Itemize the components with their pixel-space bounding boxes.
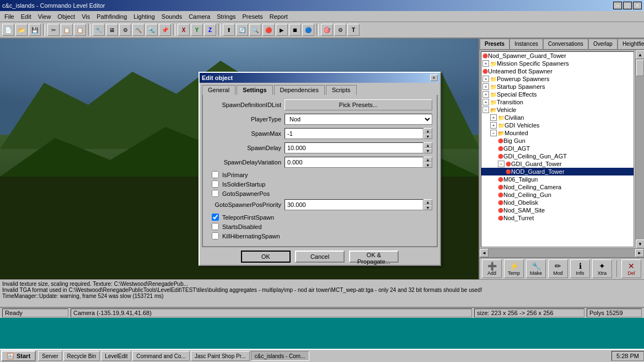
menu-view[interactable]: View — [35, 12, 55, 21]
tree-item[interactable]: 🔴 Nod_Obelisk — [481, 199, 634, 206]
cancel-button[interactable]: Cancel — [295, 251, 345, 263]
del-button[interactable]: ✕ Del — [621, 259, 641, 278]
dialog-tab-settings[interactable]: Settings — [237, 85, 272, 95]
info-button[interactable]: ℹ Info — [570, 259, 590, 278]
tree-h-scrollbar[interactable]: ◄ ► — [480, 248, 644, 257]
spawn-delay-up[interactable]: ▲ — [423, 142, 432, 148]
spawn-max-down[interactable]: ▼ — [423, 134, 432, 139]
tool-settings[interactable]: ⚙ — [334, 24, 346, 36]
menu-object[interactable]: Object — [54, 12, 78, 21]
tool-5[interactable]: 🔩 — [146, 24, 158, 36]
tree-item[interactable]: 🔴 Nod_Turret — [481, 214, 634, 222]
scroll-down-button[interactable]: ▼ — [636, 239, 644, 248]
teleport-first-spawn-checkbox[interactable] — [212, 214, 219, 221]
spawn-delay-input[interactable] — [285, 142, 423, 153]
tree-item[interactable]: − 📂 Vehicle — [481, 106, 634, 114]
panel-tab-instances[interactable]: Instances — [509, 39, 543, 49]
expand-btn[interactable]: − — [490, 130, 497, 136]
expand-btn[interactable]: + — [482, 99, 489, 105]
tool-1[interactable]: 🔧 — [93, 24, 105, 36]
tool-z[interactable]: Z — [204, 24, 216, 36]
tree-item[interactable]: 🔴 Nod_Ceiling_Camera — [481, 183, 634, 191]
tool-play[interactable]: ▶ — [276, 24, 288, 36]
tree-item[interactable]: 🔴 Unteamed Bot Spawner — [481, 67, 634, 75]
taskbar-recycle[interactable]: Recycle Bin — [63, 351, 100, 361]
goto-spawner-pos-checkbox[interactable] — [212, 190, 219, 197]
tree-item[interactable]: + 📁 GDI Vehicles — [481, 121, 634, 129]
taskbar-jasc[interactable]: Jasc Paint Shop Pr... — [191, 351, 250, 361]
scroll-up-button[interactable]: ▲ — [636, 50, 644, 59]
panel-tab-heightfield[interactable]: Heightfield — [618, 39, 644, 49]
tree-scrollbar[interactable]: ▲ ▼ — [635, 50, 644, 248]
tree-item[interactable]: + 📁 Mission Specific Spawners — [481, 60, 634, 67]
kill-hibernating-spawn-checkbox[interactable] — [212, 232, 219, 239]
spawn-delay-down[interactable]: ▼ — [423, 148, 432, 153]
expand-btn[interactable]: − — [498, 161, 505, 167]
cut-button[interactable]: ✂ — [47, 24, 60, 36]
h-scroll-right-button[interactable]: ► — [635, 249, 644, 257]
menu-sounds[interactable]: Sounds — [158, 12, 185, 21]
panel-tab-presets[interactable]: Presets — [480, 39, 509, 49]
tree-item[interactable]: 🔴 Nod_Ceiling_Gun — [481, 191, 634, 199]
tool-up[interactable]: ⬆ — [223, 24, 235, 36]
spawn-delay-variation-down[interactable]: ▼ — [423, 162, 432, 168]
open-button[interactable]: 📂 — [15, 24, 28, 36]
tool-x[interactable]: X — [178, 24, 190, 36]
menu-camera[interactable]: Camera — [185, 12, 213, 21]
start-button[interactable]: 🪟 Start — [1, 350, 36, 361]
menu-lighting[interactable]: Lighting — [130, 12, 158, 21]
menu-strings[interactable]: Strings — [213, 12, 239, 21]
expand-btn[interactable]: + — [482, 60, 489, 67]
spawn-delay-variation-input[interactable] — [285, 157, 423, 168]
tree-item[interactable]: 🔴 GDI_AGT — [481, 145, 634, 152]
taskbar-server[interactable]: Server — [38, 351, 62, 361]
menu-pathfinding[interactable]: Pathfinding — [93, 12, 130, 21]
mod-button[interactable]: ✏ Mod — [548, 259, 568, 278]
tree-item[interactable]: 🔴 Nod_SAM_Site — [481, 206, 634, 214]
tool-red[interactable]: 🔴 — [262, 24, 275, 36]
minimize-button[interactable]: ─ — [613, 2, 622, 9]
tool-zoom[interactable]: 🔍 — [249, 24, 261, 36]
tree-item[interactable]: 🔴 Nod_Spawner_Guard_Tower — [481, 52, 634, 60]
menu-file[interactable]: File — [1, 12, 18, 21]
tool-4[interactable]: 🔨 — [132, 24, 144, 36]
is-soldier-startup-checkbox[interactable] — [212, 180, 219, 188]
pick-presets-button[interactable]: Pick Presets... — [285, 99, 432, 110]
starts-disabled-checkbox[interactable] — [212, 223, 219, 230]
tree-item[interactable]: − 🔴 GDI_Guard_Tower — [481, 160, 634, 168]
scroll-thumb[interactable] — [636, 60, 644, 76]
tree-item[interactable]: + 📁 Special Effects — [481, 91, 634, 98]
menu-report[interactable]: Report — [266, 12, 291, 21]
viewport[interactable]: Edit object × General Settings Dependenc… — [0, 39, 479, 279]
tree-item[interactable]: + 📁 Civilian — [481, 114, 634, 121]
ok-propagate-button[interactable]: OK & Propagate... — [349, 251, 399, 263]
tool-blue[interactable]: 🔵 — [302, 24, 314, 36]
copy-button[interactable]: 📋 — [61, 24, 73, 36]
expand-btn[interactable]: + — [490, 114, 497, 121]
save-button[interactable]: 💾 — [29, 24, 41, 36]
panel-tab-overlap[interactable]: Overlap — [588, 39, 618, 49]
tree-item[interactable]: + 📁 Powerup Spawners — [481, 75, 634, 83]
tool-stop[interactable]: ⏹ — [289, 24, 301, 36]
tool-text[interactable]: T — [347, 24, 359, 36]
is-primary-checkbox[interactable] — [212, 171, 219, 178]
dialog-close-button[interactable]: × — [430, 74, 438, 81]
close-button[interactable]: × — [633, 2, 642, 9]
tree-item[interactable]: + 📁 Startup Spawners — [481, 83, 634, 91]
expand-btn[interactable]: + — [482, 83, 489, 90]
dialog-tab-dependencies[interactable]: Dependencies — [274, 85, 325, 95]
panel-tab-conversations[interactable]: Conversations — [543, 39, 588, 49]
spawn-delay-variation-up[interactable]: ▲ — [423, 157, 432, 162]
expand-btn[interactable]: − — [482, 107, 489, 113]
make-button[interactable]: 🔧 Make — [526, 259, 546, 278]
tool-rotate[interactable]: 🔄 — [236, 24, 248, 36]
paste-button[interactable]: 📋 — [74, 24, 86, 36]
tool-2[interactable]: 🖥 — [106, 24, 118, 36]
dialog-tab-general[interactable]: General — [202, 85, 235, 95]
menu-edit[interactable]: Edit — [18, 12, 35, 21]
player-type-select[interactable]: Nod GDI Neutral — [285, 114, 432, 125]
goto-spawner-pos-priority-input[interactable] — [285, 199, 423, 210]
tree-item-selected[interactable]: 🔴 NOD_Guard_Tower — [481, 168, 634, 175]
xtra-button[interactable]: ✦ Xtra — [592, 259, 612, 278]
taskbar-cnc[interactable]: c&c_islands - Com... — [251, 351, 309, 361]
